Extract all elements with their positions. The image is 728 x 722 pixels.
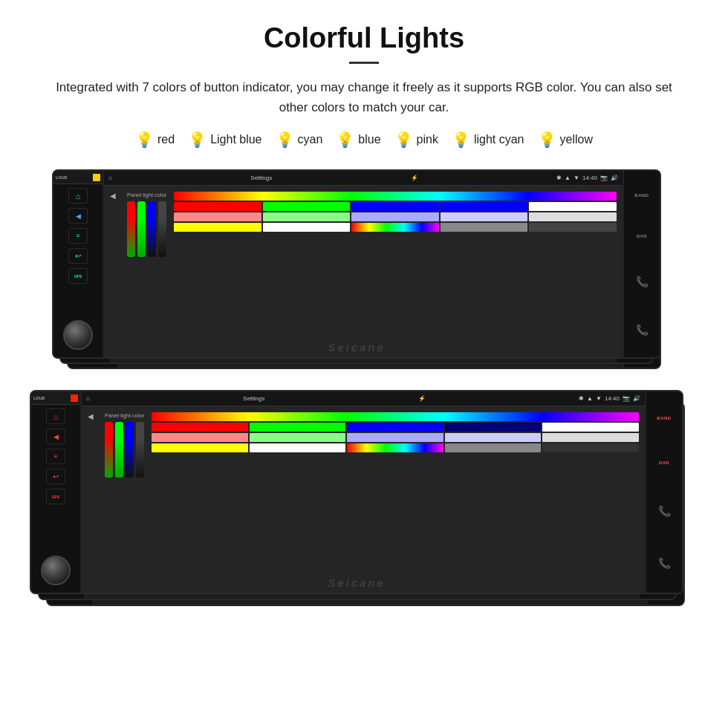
band-frontb[interactable]: BAND (657, 416, 671, 420)
panel-label: Panel light color (127, 192, 166, 198)
pc-5[interactable] (529, 202, 617, 211)
sl-b-b[interactable] (126, 422, 134, 478)
unit-right-frontb: BAND DVD 📞 📞 (645, 391, 682, 593)
knob-front[interactable] (63, 320, 93, 350)
title-divider (349, 62, 379, 64)
color-list: 💡 red 💡 Light blue 💡 cyan 💡 blue 💡 pink … (30, 131, 698, 149)
bulb-icon-cyan: 💡 (276, 131, 294, 149)
pb-5[interactable] (542, 423, 639, 432)
sl-g-b[interactable] (115, 422, 123, 478)
pb-14[interactable] (445, 443, 542, 452)
loud-label-front: LOUD (56, 175, 68, 180)
phone-green-front[interactable]: 📞 (636, 276, 649, 287)
phone-red-front[interactable]: 📞 (636, 324, 649, 336)
pc-14[interactable] (441, 223, 528, 232)
phone-green-frontb[interactable]: 📞 (658, 505, 671, 517)
pc-7[interactable] (263, 212, 351, 221)
pb-1[interactable] (152, 423, 248, 432)
wifi-b: ▲ (587, 395, 593, 402)
bottom-unit-group: LOUD ⌂ ◀ ≡ ↩ GPS BAND DVD 📞 📞 (30, 390, 698, 613)
bulb-icon-blue: 💡 (336, 131, 354, 149)
unit-topbar-front: LOUD (53, 171, 103, 184)
home-icon-b: ⌂ (86, 395, 90, 402)
volume-icon: 🔊 (611, 175, 618, 181)
pb-12[interactable] (250, 443, 346, 452)
bulb-icon-red: 💡 (135, 131, 154, 149)
pb-7[interactable] (250, 433, 346, 442)
unit-left-frontb: LOUD ⌂ ◀ ≡ ↩ GPS (31, 391, 82, 593)
arrow-btn-front[interactable]: ◀ (68, 208, 88, 224)
back-btn-front[interactable]: ↩ (68, 248, 88, 264)
pc-9[interactable] (441, 212, 528, 221)
screen-header-b: ⌂ Settings ⚡ ✱ ▲ ▼ 14:40 📷 🔊 (82, 391, 645, 406)
sl-k-b[interactable] (136, 422, 144, 478)
screen-status-bar: ✱ ▲ ▼ 14:40 📷 🔊 (556, 175, 618, 181)
color-sliders (127, 201, 166, 257)
home-btn-front[interactable]: ⌂ (68, 188, 88, 204)
unit-front-bottom: LOUD ⌂ ◀ ≡ ↩ GPS ⌂ Settings ⚡ (30, 390, 683, 594)
home-frontb[interactable]: ⌂ (46, 409, 65, 424)
sl-r-b[interactable] (105, 422, 113, 478)
ind-frontb (71, 394, 78, 402)
pc-3[interactable] (351, 202, 439, 211)
color-item-cyan: 💡 cyan (276, 131, 323, 149)
page-container: Colorful Lights Integrated with 7 colors… (0, 0, 728, 643)
pc-4[interactable] (441, 202, 528, 211)
bulb-icon-lightblue: 💡 (188, 131, 207, 149)
bulb-icon-lightcyan: 💡 (452, 131, 470, 149)
pc-11[interactable] (174, 223, 261, 232)
charging-b: ⚡ (418, 395, 426, 402)
gps-btn-front[interactable]: GPS (68, 268, 88, 284)
slider-blue[interactable] (148, 201, 156, 257)
color-label-yellow: yellow (560, 133, 593, 146)
screen-home-icon: ⌂ (108, 175, 112, 181)
back-frontb[interactable]: ↩ (46, 469, 65, 484)
color-item-red: 💡 red (135, 131, 175, 149)
sig-b: ▼ (596, 395, 602, 402)
phone-red-frontb[interactable]: 📞 (658, 557, 671, 569)
unit-left-front: LOUD ⌂ ◀ ≡ ↩ GPS (53, 171, 104, 357)
panel-label-b: Panel light color (105, 412, 144, 419)
pb-6[interactable] (152, 433, 248, 442)
pb-15[interactable] (542, 443, 639, 452)
pb-8[interactable] (347, 433, 443, 442)
pc-10[interactable] (529, 212, 617, 221)
slider-red[interactable] (127, 201, 135, 257)
pb-4[interactable] (445, 423, 542, 432)
slider-green[interactable] (137, 201, 146, 257)
screen-title-text: Settings (250, 175, 272, 181)
pb-2[interactable] (250, 423, 346, 432)
menu-btn-front[interactable]: ≡ (68, 228, 88, 244)
menu-frontb[interactable]: ≡ (46, 449, 65, 464)
pb-3[interactable] (347, 423, 443, 432)
dvd-frontb[interactable]: DVD (659, 461, 669, 465)
pc-6[interactable] (174, 212, 261, 221)
pc-15[interactable] (529, 223, 617, 232)
arr-frontb[interactable]: ◀ (46, 429, 65, 444)
band-front[interactable]: BAND (634, 193, 649, 198)
palette-grid (174, 202, 617, 232)
pc-8[interactable] (351, 212, 439, 221)
back-arrow-b[interactable]: ◀ (88, 412, 94, 587)
gps-frontb[interactable]: GPS (46, 489, 65, 504)
back-arrow[interactable]: ◀ (110, 192, 116, 351)
pc-12[interactable] (263, 223, 351, 232)
color-label-lightcyan: light cyan (474, 133, 524, 146)
color-item-pink: 💡 pink (394, 131, 438, 149)
camera-icon: 📷 (600, 175, 608, 181)
pb-13[interactable] (347, 443, 443, 452)
nav-frontb: ⌂ ◀ ≡ ↩ GPS (46, 409, 65, 556)
color-panel: Panel light color (127, 192, 166, 351)
color-item-lightcyan: 💡 light cyan (452, 131, 524, 149)
pc-13[interactable] (351, 223, 439, 232)
pc-1[interactable] (174, 202, 261, 211)
color-label-red: red (157, 133, 175, 146)
slider-black[interactable] (158, 201, 166, 257)
pb-9[interactable] (445, 433, 542, 442)
pb-10[interactable] (542, 433, 639, 442)
pb-11[interactable] (152, 443, 248, 452)
pc-2[interactable] (263, 202, 351, 211)
dvd-front[interactable]: DVD (637, 234, 647, 238)
screen-body-b: ◀ Panel light color (82, 406, 645, 593)
knob-frontb[interactable] (41, 556, 71, 585)
